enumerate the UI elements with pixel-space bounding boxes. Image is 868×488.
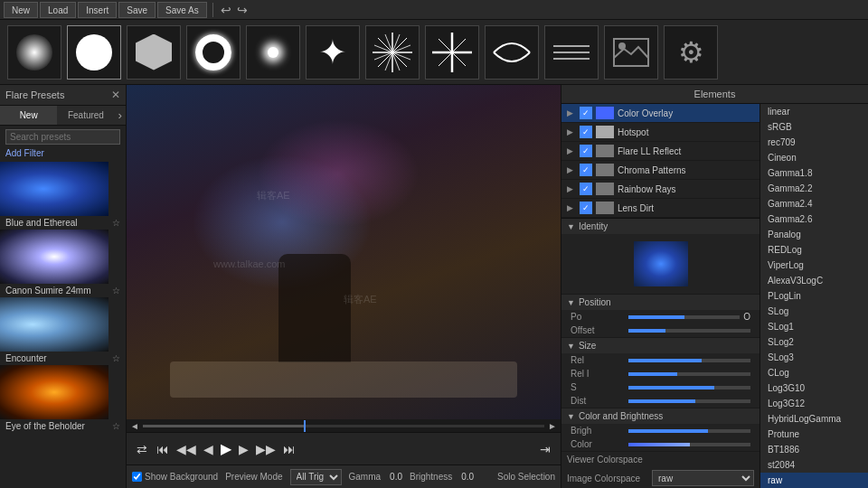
- show-background-checkbox[interactable]: [132, 472, 142, 482]
- list-item[interactable]: Canon Sumire 24mm ☆: [0, 230, 126, 297]
- prop-slider-rel-i[interactable]: [628, 372, 750, 376]
- save-as-button[interactable]: Save As: [157, 2, 207, 18]
- cs-item-log3g10[interactable]: Log3G10: [760, 380, 868, 396]
- tab-featured[interactable]: Featured: [57, 106, 114, 125]
- brush-preset-circle[interactable]: [67, 25, 121, 80]
- show-background-check: Show Background: [132, 472, 218, 482]
- cs-item-gamma18[interactable]: Gamma1.8: [760, 165, 868, 181]
- prop-section-color-bright-header[interactable]: ▼ Color and Brightness: [561, 408, 760, 424]
- check-chroma[interactable]: ✓: [580, 164, 592, 176]
- add-filter-button[interactable]: Add Filter: [5, 148, 120, 158]
- brush-preset-lines[interactable]: [544, 25, 599, 80]
- brush-preset-hexagon[interactable]: [127, 25, 181, 80]
- cs-item-slog3[interactable]: SLog3: [760, 350, 868, 365]
- cs-item-panalog[interactable]: Panalog: [760, 227, 868, 242]
- back-button[interactable]: ◀: [201, 440, 216, 458]
- cs-item-alexav3logc[interactable]: AlexaV3LogC: [760, 273, 868, 288]
- step-back-button[interactable]: ◀◀: [174, 440, 199, 458]
- forward-button[interactable]: ▶: [236, 440, 251, 458]
- cs-item-protune[interactable]: Protune: [760, 427, 868, 442]
- cs-item-bt1886[interactable]: BT1886: [760, 442, 868, 457]
- star-icon-blue-ethereal[interactable]: ☆: [112, 218, 120, 228]
- list-item[interactable]: Blue and Ethereal ☆: [0, 162, 126, 230]
- element-row-rainbow-rays[interactable]: ▶ ✓ Rainbow Rays: [561, 180, 760, 199]
- prop-slider-rel[interactable]: [628, 359, 750, 362]
- cs-item-ploglin[interactable]: PLogLin: [760, 288, 868, 304]
- image-colorspace-select[interactable]: raw: [652, 470, 754, 486]
- surface: [170, 361, 517, 398]
- load-button[interactable]: Load: [40, 2, 76, 18]
- check-hotspot[interactable]: ✓: [580, 126, 592, 138]
- prop-slider-dist[interactable]: [628, 399, 750, 403]
- ring-icon: [195, 34, 231, 70]
- redo-button[interactable]: ↪: [235, 3, 250, 17]
- brush-preset-dot[interactable]: [246, 25, 300, 80]
- skip-to-end-button[interactable]: ⏭: [280, 440, 298, 458]
- save-button[interactable]: Save: [118, 2, 156, 18]
- list-item[interactable]: Eye of the Beholder ☆: [0, 365, 126, 433]
- brush-preset-soft-circle[interactable]: [7, 25, 61, 80]
- cs-item-rec709[interactable]: rec709: [760, 135, 868, 150]
- tab-next-button[interactable]: ›: [115, 106, 126, 125]
- cs-item-log3g12[interactable]: Log3G12: [760, 396, 868, 411]
- element-row-chroma-patterns[interactable]: ▶ ✓ Chroma Patterns: [561, 161, 760, 180]
- cs-item-slog[interactable]: SLog: [760, 304, 868, 319]
- cs-item-slog2[interactable]: SLog2: [760, 334, 868, 350]
- check-flare-ll[interactable]: ✓: [580, 145, 592, 157]
- check-lens-dirt[interactable]: ✓: [580, 202, 592, 214]
- cs-item-gamma24[interactable]: Gamma2.4: [760, 196, 868, 211]
- timeline-left-arrow[interactable]: ◄: [130, 421, 139, 431]
- prop-section-identity-header[interactable]: ▼ Identity: [561, 219, 760, 234]
- brush-preset-image[interactable]: [604, 25, 658, 80]
- prop-slider-color[interactable]: [628, 443, 750, 446]
- tab-new[interactable]: New: [0, 106, 57, 125]
- brush-preset-arc[interactable]: [485, 25, 539, 80]
- insert-button[interactable]: Insert: [78, 2, 117, 18]
- prop-slider-offset[interactable]: [628, 329, 750, 333]
- undo-button[interactable]: ↩: [219, 3, 233, 17]
- play-button[interactable]: ▶: [218, 438, 234, 459]
- cs-item-srgb[interactable]: sRGB: [760, 119, 868, 135]
- timeline-right-arrow[interactable]: ►: [548, 421, 557, 431]
- cs-item-linear[interactable]: linear: [760, 104, 868, 119]
- cs-item-hybridloggamma[interactable]: HybridLogGamma: [760, 411, 868, 427]
- close-panel-button[interactable]: ✕: [111, 89, 120, 101]
- brush-preset-cross-star[interactable]: [425, 25, 479, 80]
- element-row-lens-dirt[interactable]: ▶ ✓ Lens Dirt: [561, 199, 760, 218]
- skip-to-start-button[interactable]: ⏮: [154, 440, 172, 458]
- list-item[interactable]: Encounter ☆: [0, 297, 126, 365]
- search-presets-input[interactable]: [5, 129, 120, 145]
- prop-section-size-header[interactable]: ▼ Size: [561, 338, 760, 353]
- cs-item-gamma22[interactable]: Gamma2.2: [760, 181, 868, 196]
- brush-preset-star8[interactable]: ✦: [306, 25, 360, 80]
- cs-item-viperlog[interactable]: ViperLog: [760, 258, 868, 273]
- timeline-bar-track[interactable]: [143, 425, 544, 427]
- brush-preset-settings[interactable]: ⚙: [664, 25, 718, 80]
- prop-slider-po[interactable]: [628, 315, 740, 319]
- new-button[interactable]: New: [4, 2, 38, 18]
- brush-preset-ring[interactable]: [186, 25, 241, 80]
- element-row-flare-ll-reflect[interactable]: ▶ ✓ Flare LL Reflect: [561, 142, 760, 161]
- cs-item-cineon[interactable]: Cineon: [760, 150, 868, 165]
- element-row-hotspot[interactable]: ▶ ✓ Hotspot: [561, 123, 760, 142]
- prop-section-position-header[interactable]: ▼ Position: [561, 295, 760, 310]
- cs-item-clog[interactable]: CLog: [760, 365, 868, 380]
- step-forward-button[interactable]: ▶▶: [253, 440, 278, 458]
- cs-item-raw[interactable]: raw: [760, 473, 868, 488]
- prop-slider-bright[interactable]: [628, 429, 750, 433]
- preview-mode-select[interactable]: All Trig: [290, 469, 342, 485]
- star-icon-eye-beholder[interactable]: ☆: [112, 421, 120, 431]
- star-icon-canon-sumire[interactable]: ☆: [112, 286, 120, 296]
- star-icon-encounter[interactable]: ☆: [112, 353, 120, 363]
- cs-item-st2084[interactable]: st2084: [760, 457, 868, 473]
- cs-item-slog1[interactable]: SLog1: [760, 319, 868, 334]
- cs-item-redlog[interactable]: REDLog: [760, 242, 868, 258]
- element-row-color-overlay[interactable]: ▶ ✓ Color Overlay: [561, 104, 760, 123]
- brush-preset-starburst[interactable]: [365, 25, 420, 80]
- check-rainbow[interactable]: ✓: [580, 183, 592, 195]
- export-button[interactable]: ⇥: [537, 440, 553, 458]
- loop-button[interactable]: ⇄: [134, 440, 150, 458]
- prop-slider-s[interactable]: [628, 386, 750, 389]
- check-color-overlay[interactable]: ✓: [580, 107, 592, 119]
- cs-item-gamma26[interactable]: Gamma2.6: [760, 211, 868, 227]
